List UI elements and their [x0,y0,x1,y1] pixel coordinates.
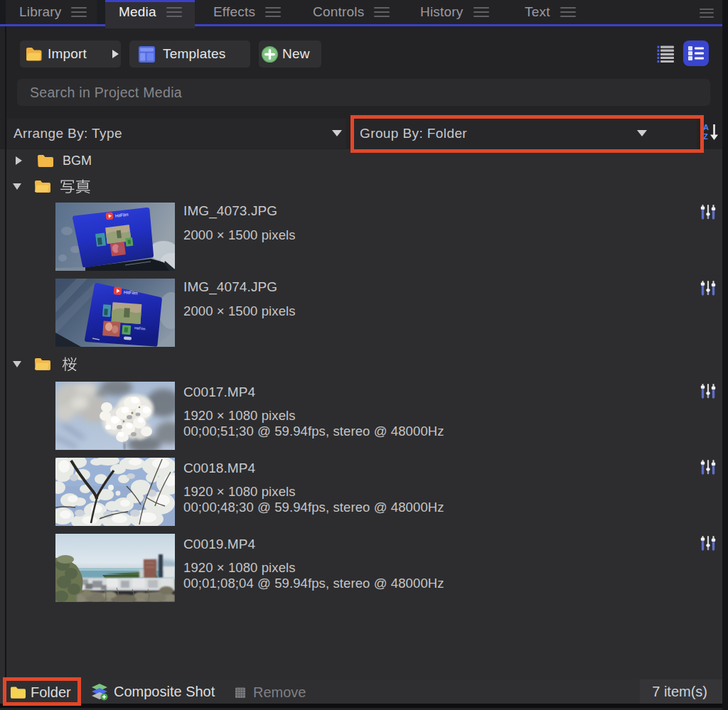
svg-text:HitFilm: HitFilm [134,326,146,330]
svg-text:Z: Z [703,132,708,141]
svg-text:A: A [703,123,709,131]
svg-text:HitFilm: HitFilm [124,289,138,295]
